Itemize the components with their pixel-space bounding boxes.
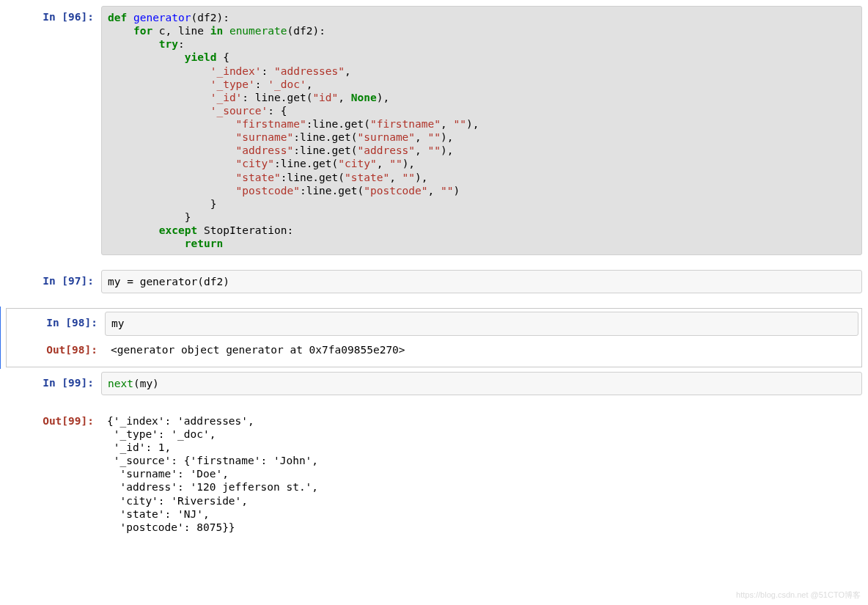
code-cell[interactable]: In [96]:def generator(df2): for c, line … [6,6,862,255]
code-input[interactable]: def generator(df2): for c, line in enume… [101,6,862,255]
code-cell[interactable]: In [99]:next(my) [6,372,862,395]
code-input[interactable]: next(my) [101,372,862,395]
in-prompt: In [97]: [6,270,101,293]
code-input[interactable]: my [105,312,858,335]
out-prompt: Out[99]: [6,410,101,538]
code-input[interactable]: my = generator(df2) [101,270,862,293]
cell-output: {'_index': 'addresses', '_type': '_doc',… [101,410,862,538]
code-cell[interactable]: In [98]:my [10,312,858,335]
notebook-container: In [96]:def generator(df2): for c, line … [6,6,862,538]
cell-output: <generator object generator at 0x7fa0985… [105,339,858,361]
output-cell: Out[98]:<generator object generator at 0… [10,339,858,361]
code-cell[interactable]: In [97]:my = generator(df2) [6,270,862,293]
in-prompt: In [96]: [6,6,101,255]
out-prompt: Out[98]: [10,339,105,361]
selected-cell[interactable]: In [98]:myOut[98]:<generator object gene… [6,308,862,367]
output-cell: Out[99]:{'_index': 'addresses', '_type':… [6,410,862,538]
in-prompt: In [98]: [10,312,105,335]
in-prompt: In [99]: [6,372,101,395]
